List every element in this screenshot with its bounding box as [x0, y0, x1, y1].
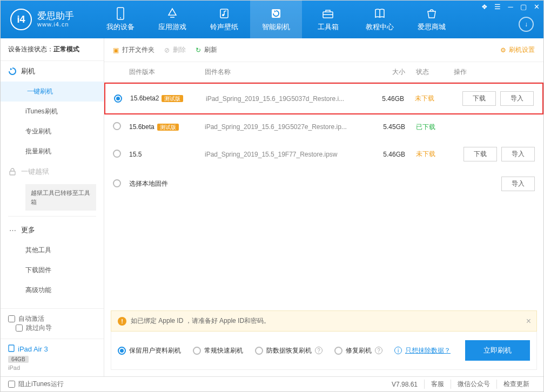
lock-icon [8, 167, 17, 176]
titlebar: i4 爱思助手 www.i4.cn 我的设备 应用游戏 铃声壁纸 智能刷机 工具… [1, 1, 543, 38]
row-radio[interactable] [113, 150, 121, 158]
jailbreak-note: 越狱工具已转移至工具箱 [25, 184, 96, 211]
sidebar-item-other[interactable]: 其他工具 [1, 240, 104, 260]
delete-button[interactable]: ⊘删除 [164, 45, 186, 55]
svg-rect-7 [9, 345, 14, 352]
main-panel: ▣打开文件夹 ⊘删除 ↻刷新 ⚙刷机设置 固件版本 固件名称 大小 状态 操作 … [104, 38, 543, 376]
connection-status: 设备连接状态：正常模式 [1, 38, 104, 61]
row-radio[interactable] [114, 94, 122, 103]
close-icon[interactable]: ✕ [533, 3, 540, 10]
sidebar-item-itunes[interactable]: iTunes刷机 [1, 102, 104, 121]
open-folder-button[interactable]: ▣打开文件夹 [113, 45, 155, 55]
delete-icon: ⊘ [164, 46, 170, 54]
sidebar-item-advanced[interactable]: 高级功能 [1, 280, 104, 300]
gear-icon: ⚙ [500, 46, 506, 54]
nav-device[interactable]: 我的设备 [95, 1, 146, 38]
opt-keep-data[interactable]: 保留用户资料刷机 [118, 346, 181, 355]
firmware-table: 15.6beta2测试版 iPad_Spring_2019_15.6_19G50… [104, 83, 543, 197]
sidebar: 设备连接状态：正常模式 刷机 一键刷机 iTunes刷机 专业刷机 批量刷机 一… [1, 38, 104, 376]
music-icon [218, 7, 231, 20]
update-link[interactable]: 检查更新 [496, 380, 536, 389]
nav-shop[interactable]: 爱思商城 [406, 1, 458, 38]
table-row[interactable]: 15.6beta测试版 iPad_Spring_2019_15.6_19G502… [104, 114, 543, 139]
download-button[interactable]: 下载 [464, 147, 497, 161]
nav-flash[interactable]: 智能刷机 [250, 1, 302, 38]
status-bar: 阻止iTunes运行 V7.98.61 客服 微信公众号 检查更新 [1, 376, 543, 391]
skin-icon[interactable]: ❖ [481, 3, 488, 10]
refresh-icon: ↻ [196, 46, 201, 54]
flash-small-icon [8, 67, 17, 76]
opt-anti-recover[interactable]: 防数据恢复刷机? [255, 346, 323, 355]
import-button[interactable]: 导入 [500, 91, 534, 106]
svg-point-1 [120, 17, 121, 18]
help-icon[interactable]: ? [315, 347, 323, 354]
info-icon: i [394, 347, 402, 354]
tablet-icon [8, 344, 15, 354]
table-row[interactable]: 15.5 iPad_Spring_2019_15.5_19F77_Restore… [104, 139, 543, 169]
flash-now-button[interactable]: 立即刷机 [465, 340, 530, 361]
logo[interactable]: i4 爱思助手 www.i4.cn [1, 9, 84, 30]
nav-tutorial[interactable]: 教程中心 [354, 1, 406, 38]
main-nav: 我的设备 应用游戏 铃声壁纸 智能刷机 工具箱 教程中心 爱思商城 [95, 1, 458, 38]
notice-close-icon[interactable]: × [526, 316, 531, 326]
window-controls: ❖ ☰ ─ ▢ ✕ [481, 3, 540, 10]
beta-tag: 测试版 [157, 124, 179, 131]
sidebar-head-jailbreak: 一键越狱 [1, 161, 104, 182]
device-icon [114, 7, 127, 20]
row-radio[interactable] [113, 179, 121, 187]
storage-badge: 64GB [8, 356, 29, 363]
download-button[interactable]: 下载 [462, 91, 496, 106]
toolbox-icon [321, 7, 334, 20]
more-icon: ⋯ [8, 226, 17, 234]
table-row[interactable]: 15.6beta2测试版 iPad_Spring_2019_15.6_19G50… [104, 83, 543, 114]
device-info[interactable]: iPad Air 3 64GB iPad [1, 339, 104, 376]
opt-normal[interactable]: 常规快速刷机 [193, 346, 243, 355]
nav-toolbox[interactable]: 工具箱 [302, 1, 354, 38]
book-icon [373, 7, 386, 20]
menu-icon[interactable]: ☰ [494, 3, 501, 10]
app-url: www.i4.cn [37, 21, 74, 28]
sidebar-item-pro[interactable]: 专业刷机 [1, 121, 104, 141]
warning-icon: ! [118, 317, 126, 326]
folder-icon: ▣ [113, 46, 119, 54]
toolbar: ▣打开文件夹 ⊘删除 ↻刷新 ⚙刷机设置 [104, 38, 543, 62]
app-name: 爱思助手 [37, 11, 74, 22]
download-manager-icon[interactable]: ↓ [519, 17, 534, 32]
sidebar-item-batch[interactable]: 批量刷机 [1, 141, 104, 161]
flash-icon [270, 7, 283, 20]
opt-repair[interactable]: 修复刷机? [334, 346, 382, 355]
sidebar-head-more[interactable]: ⋯ 更多 [1, 220, 104, 240]
logo-icon: i4 [10, 9, 32, 30]
block-itunes-checkbox[interactable]: 阻止iTunes运行 [8, 380, 64, 389]
erase-link[interactable]: i只想抹除数据？ [394, 346, 451, 355]
notice-bar: ! 如已绑定 Apple ID ，请准备好 Apple ID和密码。 × [111, 310, 537, 332]
sidebar-head-flash[interactable]: 刷机 [1, 61, 104, 82]
service-link[interactable]: 客服 [424, 380, 451, 389]
row-radio[interactable] [113, 122, 121, 130]
beta-tag: 测试版 [162, 95, 183, 102]
minimize-icon[interactable]: ─ [507, 3, 514, 10]
flash-settings-button[interactable]: ⚙刷机设置 [500, 45, 535, 55]
svg-rect-6 [10, 171, 15, 175]
nav-apps[interactable]: 应用游戏 [146, 1, 198, 38]
version-label: V7.98.61 [385, 381, 424, 388]
import-button[interactable]: 导入 [501, 177, 535, 191]
sidebar-item-oneclick[interactable]: 一键刷机 [0, 82, 104, 102]
flash-options: 保留用户资料刷机 常规快速刷机 防数据恢复刷机? 修复刷机? i只想抹除数据？ … [111, 332, 537, 370]
auto-activate-checkbox[interactable]: 自动激活 [8, 314, 96, 323]
help-icon[interactable]: ? [375, 347, 382, 354]
import-button[interactable]: 导入 [501, 147, 535, 161]
wechat-link[interactable]: 微信公众号 [451, 380, 496, 389]
nav-ringtone[interactable]: 铃声壁纸 [198, 1, 250, 38]
apps-icon [166, 7, 179, 20]
shop-icon [425, 7, 438, 20]
skip-guide-checkbox[interactable]: 跳过向导 [16, 323, 52, 333]
sidebar-item-download[interactable]: 下载固件 [1, 260, 104, 280]
table-row[interactable]: 选择本地固件 导入 [104, 169, 543, 197]
maximize-icon[interactable]: ▢ [520, 3, 527, 10]
refresh-button[interactable]: ↻刷新 [196, 45, 217, 55]
table-header: 固件版本 固件名称 大小 状态 操作 [104, 62, 543, 83]
